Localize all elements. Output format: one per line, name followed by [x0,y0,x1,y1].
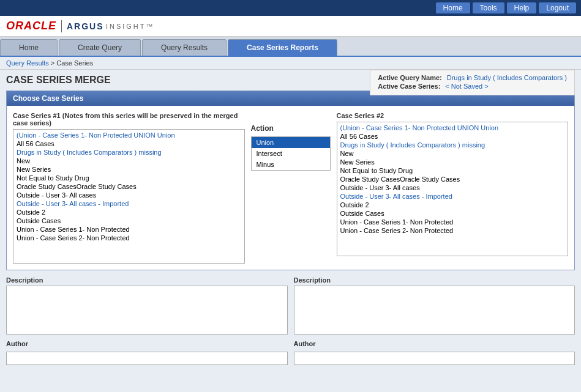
argus-logo: ARGUS [67,21,104,31]
help-nav-button[interactable]: Help [507,2,537,13]
cs2-label: Case Series #2 [337,112,569,119]
list-item[interactable]: Union - Case Series 2- Non Protected [15,234,243,242]
home-nav-button[interactable]: Home [436,2,470,13]
left-bottom-col: Description Author [6,276,288,365]
list-item[interactable]: Outside - User 3- All cases [15,191,243,199]
description-label-left: Description [6,276,288,284]
list-item[interactable]: All 56 Cases [15,139,243,148]
list-item[interactable]: New Series [339,158,567,166]
cs1-label: Case Series #1 (Notes from this series w… [13,112,245,127]
app-header: ORACLE ARGUS INSIGHT™ [0,16,581,37]
case-series-2-column: Case Series #2 (Union - Case Series 1- N… [337,112,569,264]
breadcrumb: Query Results > Case Series [0,57,581,70]
list-item[interactable]: Outside - User 3- All cases - Imported [339,192,567,201]
list-item[interactable]: Outside Cases [339,209,567,218]
list-item[interactable]: Outside 2 [15,208,243,216]
list-item[interactable]: Outside 2 [339,201,567,209]
tab-case-series-reports[interactable]: Case Series Reports [228,39,337,56]
description-label-right: Description [294,276,575,284]
tab-navigation: Home Create Query Query Results Case Ser… [0,37,581,57]
list-item[interactable]: Drugs in Study ( Includes Comparators ) … [15,148,243,157]
author-label-right: Author [294,340,575,347]
cs2-list[interactable]: (Union - Case Series 1- Non Protected UN… [337,122,569,256]
author-input-right[interactable] [294,352,575,365]
author-label-left: Author [6,340,288,347]
logout-nav-button[interactable]: Logout [539,2,576,13]
list-item[interactable]: New [339,149,567,158]
insight-logo: INSIGHT™ [106,23,155,30]
list-item[interactable]: Outside - User 3- All cases [339,183,567,192]
title-row: CASE SERIES MERGE Active Query Name: Dru… [0,70,581,91]
choose-case-series-panel: Choose Case Series Case Series #1 (Notes… [6,91,575,270]
list-item[interactable]: Union - Case Series 1- Non Protected [339,218,567,226]
action-label: Action [251,124,274,133]
list-item[interactable]: Outside - User 3- All cases - Imported [15,199,243,208]
main-content: Choose Case Series Case Series #1 (Notes… [0,91,581,392]
list-item[interactable]: Not Equal to Study Drug [15,174,243,182]
oracle-logo: ORACLE [6,20,56,32]
aq-name-value: Drugs in Study ( Includes Comparators ) [447,74,567,81]
tab-query-results[interactable]: Query Results [142,39,227,56]
action-item[interactable]: Union [252,137,330,148]
action-list: UnionIntersectMinus [251,136,331,171]
list-item[interactable]: Oracle Study CasesOracle Study Cases [339,175,567,183]
aq-series-value: < Not Saved > [445,83,488,90]
breadcrumb-current: Case Series [56,59,93,67]
list-item[interactable]: Outside Cases [15,216,243,225]
right-bottom-col: Description Author [294,276,575,365]
page-title: CASE SERIES MERGE [6,75,111,86]
top-nav-bar: Home Tools Help Logout [0,0,581,16]
logo-divider [61,20,62,32]
list-item[interactable]: Union - Case Series 2- Non Protected [339,226,567,235]
list-item[interactable]: Not Equal to Study Drug [339,166,567,175]
action-column: Action UnionIntersectMinus [251,112,331,264]
active-query-box: Active Query Name: Drugs in Study ( Incl… [370,70,575,95]
tab-home[interactable]: Home [0,39,58,56]
list-item[interactable]: Drugs in Study ( Includes Comparators ) … [339,141,567,149]
case-series-1-column: Case Series #1 (Notes from this series w… [13,112,245,264]
aq-name-label: Active Query Name: [378,74,442,81]
breadcrumb-link[interactable]: Query Results [6,59,49,67]
list-item[interactable]: (Union - Case Series 1- Non Protected UN… [15,131,243,139]
list-item[interactable]: (Union - Case Series 1- Non Protected UN… [339,124,567,132]
aq-series-label: Active Case Series: [378,83,440,90]
tools-nav-button[interactable]: Tools [473,2,504,13]
description-textarea-left[interactable] [6,286,288,335]
list-item[interactable]: New Series [15,165,243,174]
cs1-list[interactable]: (Union - Case Series 1- Non Protected UN… [13,129,245,264]
description-textarea-right[interactable] [294,286,575,335]
tab-create-query[interactable]: Create Query [59,39,141,56]
panel-body: Case Series #1 (Notes from this series w… [7,106,574,270]
author-input-left[interactable] [6,352,288,365]
action-item[interactable]: Intersect [252,148,330,159]
list-item[interactable]: Oracle Study CasesOracle Study Cases [15,182,243,191]
breadcrumb-separator: > [49,59,57,67]
list-item[interactable]: Union - Case Series 1- Non Protected [15,225,243,234]
list-item[interactable]: All 56 Cases [339,132,567,141]
list-item[interactable]: New [15,157,243,165]
action-item[interactable]: Minus [252,159,330,170]
bottom-section: Description Author Description Author [6,276,575,365]
